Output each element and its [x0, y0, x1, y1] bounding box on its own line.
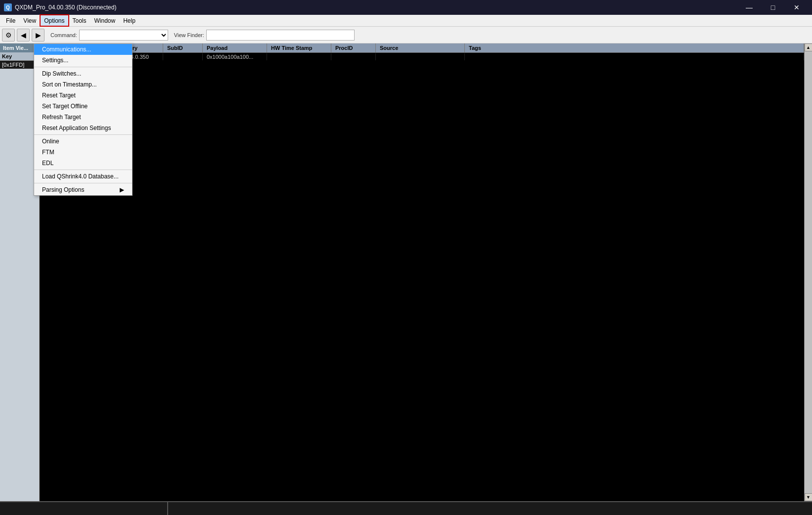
table-body: Diagnostic Vers... QXDM 4.0.350 0x1000a1… [40, 53, 804, 501]
title-bar: Q QXDM_Pro_04.00.350 (Disconnected) — □ … [0, 0, 812, 15]
menu-window[interactable]: Window [90, 15, 120, 26]
main-table-area: Name Summary SubID Payload HW Time Stamp… [40, 43, 804, 501]
menu-help[interactable]: Help [119, 15, 139, 26]
menu-item-parsing-options[interactable]: Parsing Options ▶ [34, 184, 132, 195]
menu-item-dip-switches[interactable]: Dip Switches... [34, 68, 132, 79]
col-tags: Tags [465, 43, 804, 52]
col-payload: Payload [203, 43, 267, 52]
cell-subid [163, 53, 203, 60]
options-dropdown-menu: Communications... Settings... Dip Switch… [34, 43, 133, 196]
table-header: Name Summary SubID Payload HW Time Stamp… [40, 43, 804, 53]
cell-procid [331, 53, 376, 60]
menu-item-settings[interactable]: Settings... [34, 55, 132, 66]
menu-item-edl[interactable]: EDL [34, 158, 132, 169]
menu-item-reset-app-settings[interactable]: Reset Application Settings [34, 123, 132, 133]
bottom-left-panel [0, 502, 168, 515]
menu-bar: File View Options Tools Window Help [0, 15, 812, 27]
viewfinder-area: View Finder: [174, 30, 355, 41]
cell-hw-timestamp [267, 53, 331, 60]
bottom-panel [0, 501, 812, 515]
cell-source [376, 53, 465, 60]
command-input[interactable] [79, 30, 168, 41]
menu-tools[interactable]: Tools [69, 15, 90, 26]
toolbar: ⚙ ◀ ▶ Command: View Finder: [0, 27, 812, 43]
menu-item-online[interactable]: Online [34, 136, 132, 147]
maximize-button[interactable]: □ [762, 0, 784, 15]
window-controls: — □ ✕ [738, 0, 808, 15]
menu-item-ftm[interactable]: FTM [34, 147, 132, 158]
menu-item-communications[interactable]: Communications... [34, 44, 132, 55]
menu-view[interactable]: View [19, 15, 40, 26]
scroll-down-btn[interactable]: ▼ [805, 493, 812, 501]
col-source: Source [376, 43, 465, 52]
viewfinder-input[interactable] [206, 30, 355, 41]
bottom-right-panel [168, 502, 812, 515]
menu-item-set-target-offline[interactable]: Set Target Offline [34, 101, 132, 112]
command-label: Command: [50, 32, 77, 38]
table-row[interactable]: Diagnostic Vers... QXDM 4.0.350 0x1000a1… [40, 53, 804, 61]
separator-1 [34, 67, 132, 67]
cell-tags [465, 53, 804, 60]
toolbar-back-button[interactable]: ◀ [17, 29, 30, 42]
viewfinder-label: View Finder: [174, 32, 204, 38]
separator-3 [34, 170, 132, 170]
col-procid: ProcID [331, 43, 376, 52]
minimize-button[interactable]: — [738, 0, 761, 15]
command-area: Command: [50, 30, 168, 41]
cell-payload: 0x1000a100a100... [203, 53, 267, 60]
toolbar-settings-button[interactable]: ⚙ [2, 29, 15, 42]
separator-2 [34, 134, 132, 135]
submenu-arrow-icon: ▶ [120, 186, 124, 193]
window-title: QXDM_Pro_04.00.350 (Disconnected) [15, 4, 116, 11]
close-button[interactable]: ✕ [785, 0, 808, 15]
menu-item-load-database[interactable]: Load QShrink4.0 Database... [34, 171, 132, 182]
menu-item-refresh-target[interactable]: Refresh Target [34, 112, 132, 123]
vertical-scrollbar[interactable]: ▲ ▼ [804, 43, 812, 501]
toolbar-run-button[interactable]: ▶ [32, 29, 45, 42]
menu-item-sort-timestamp[interactable]: Sort on Timestamp... [34, 79, 132, 90]
app-icon: Q [4, 3, 12, 11]
menu-options[interactable]: Options [40, 15, 68, 26]
scroll-up-btn[interactable]: ▲ [805, 43, 812, 51]
menu-item-reset-target[interactable]: Reset Target [34, 90, 132, 101]
separator-4 [34, 183, 132, 183]
menu-file[interactable]: File [2, 15, 19, 26]
col-hw-timestamp: HW Time Stamp [267, 43, 331, 52]
col-subid: SubID [163, 43, 203, 52]
title-bar-left: Q QXDM_Pro_04.00.350 (Disconnected) [4, 3, 116, 11]
